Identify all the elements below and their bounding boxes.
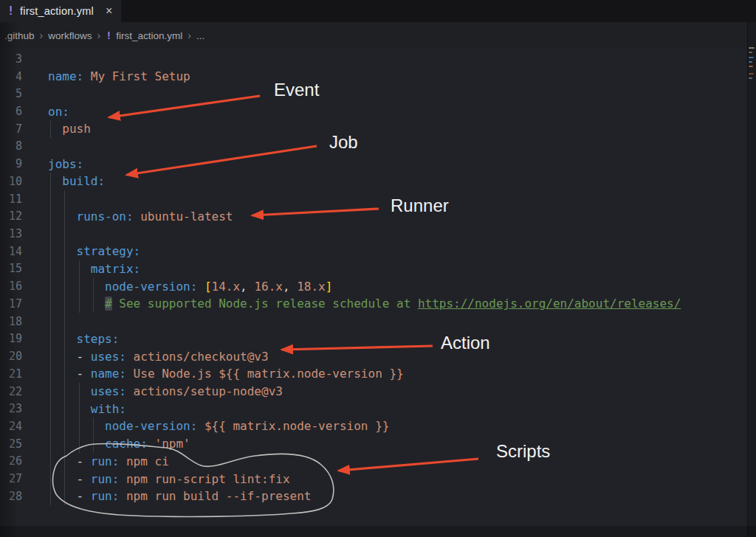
indent-guide bbox=[79, 260, 80, 278]
annotation-label-scripts: Scripts bbox=[496, 442, 550, 461]
annotation-label-action: Action bbox=[441, 333, 490, 353]
code-editor[interactable]: 34name: My First Setup56on:7 push89jobs:… bbox=[0, 49, 756, 537]
line-number: 15 bbox=[0, 262, 22, 275]
token-pun: - bbox=[77, 454, 91, 468]
token-str: 14.x bbox=[212, 280, 241, 294]
line-number: 22 bbox=[0, 385, 22, 398]
code-text: - run: npm run build --if-present bbox=[48, 488, 746, 505]
token-brk: [ bbox=[205, 280, 212, 294]
chevron-right-icon: › bbox=[40, 30, 44, 41]
indent-guide bbox=[50, 453, 51, 471]
line-number: 24 bbox=[0, 420, 22, 433]
indent-guide bbox=[64, 260, 65, 278]
token-pln bbox=[48, 280, 105, 294]
indent-guide bbox=[79, 400, 80, 418]
yaml-warning-icon: ! bbox=[7, 4, 14, 18]
chevron-right-icon: › bbox=[188, 30, 191, 41]
token-pln bbox=[48, 489, 77, 503]
code-line: 9jobs: bbox=[0, 155, 746, 173]
code-text: jobs: bbox=[48, 155, 746, 173]
code-line: 15 matrix: bbox=[0, 260, 746, 278]
token-pun: - bbox=[77, 367, 91, 381]
token-lnk: https://nodejs.org/en/about/releases/ bbox=[418, 297, 681, 311]
minimap-mark bbox=[749, 66, 753, 67]
token-str: My First Setup bbox=[91, 69, 190, 83]
token-key: jobs: bbox=[48, 157, 83, 171]
code-text bbox=[48, 85, 746, 103]
indent-guide bbox=[79, 435, 80, 453]
code-line: 12 runs-on: ubuntu-latest bbox=[0, 207, 746, 225]
line-number: 26 bbox=[0, 454, 22, 468]
code-text: matrix: bbox=[48, 260, 746, 278]
breadcrumb: .github › workflows › ! first_action.yml… bbox=[0, 22, 756, 49]
tab-close-icon[interactable]: × bbox=[106, 5, 112, 17]
line-number: 11 bbox=[0, 193, 22, 206]
line-number: 20 bbox=[0, 350, 22, 363]
minimap-mark bbox=[749, 47, 755, 49]
code-line: 18 bbox=[0, 313, 746, 330]
token-key: name: bbox=[48, 69, 83, 83]
token-pln bbox=[48, 437, 105, 451]
token-pln bbox=[126, 367, 134, 381]
code-text: uses: actions/setup-node@v3 bbox=[48, 383, 746, 401]
line-number: 7 bbox=[0, 122, 22, 136]
minimap[interactable] bbox=[747, 22, 756, 537]
token-pln bbox=[119, 454, 126, 468]
code-line: 16 node-version: [14.x, 16.x, 18.x] bbox=[0, 277, 746, 295]
token-str: npm run build --if-present bbox=[126, 489, 311, 503]
code-line: 28 - run: npm run build --if-present bbox=[0, 488, 746, 505]
line-number: 17 bbox=[0, 297, 22, 311]
indent-guide bbox=[50, 243, 51, 260]
minimap-mark bbox=[749, 77, 752, 79]
minimap-mark bbox=[749, 61, 752, 63]
indent-guide bbox=[64, 207, 65, 225]
breadcrumb-item-workflows[interactable]: workflows bbox=[48, 30, 92, 41]
token-str: 16.x bbox=[254, 280, 283, 294]
indent-guide bbox=[64, 435, 65, 453]
breadcrumb-item-github[interactable]: .github bbox=[4, 30, 35, 41]
annotation-label-job: Job bbox=[329, 133, 358, 152]
token-pln bbox=[197, 419, 205, 433]
token-key: build: bbox=[62, 174, 105, 188]
breadcrumb-ellipsis[interactable]: ... bbox=[196, 30, 205, 41]
indent-guide bbox=[50, 365, 51, 383]
line-number: 13 bbox=[0, 227, 22, 240]
code-lines: 34name: My First Setup56on:7 push89jobs:… bbox=[0, 50, 746, 505]
indent-guide bbox=[50, 295, 51, 313]
token-pln: , bbox=[240, 280, 254, 294]
code-line: 7 push bbox=[0, 120, 746, 138]
token-pln bbox=[48, 472, 77, 486]
indent-guide bbox=[93, 418, 94, 435]
indent-guide bbox=[50, 173, 51, 190]
code-line: 13 bbox=[0, 225, 746, 243]
indent-guide bbox=[64, 295, 65, 313]
indent-guide bbox=[64, 470, 65, 488]
indent-guide bbox=[64, 365, 65, 383]
line-number: 28 bbox=[0, 490, 22, 503]
indent-guide bbox=[93, 277, 94, 295]
tab-first-action-yml[interactable]: ! first_action.yml × bbox=[0, 0, 121, 22]
indent-guide bbox=[64, 277, 65, 295]
token-key: runs-on: bbox=[77, 209, 134, 224]
indent-guide bbox=[79, 277, 80, 295]
token-pun: - bbox=[77, 489, 91, 503]
code-text: steps: bbox=[48, 330, 746, 348]
indent-guide bbox=[79, 295, 80, 313]
code-line: 6on: bbox=[0, 103, 746, 120]
indent-guide bbox=[50, 330, 51, 348]
token-pln bbox=[48, 419, 105, 433]
token-brk: ] bbox=[326, 280, 333, 294]
indent-guide bbox=[79, 418, 80, 435]
annotation-label-runner: Runner bbox=[391, 196, 449, 215]
code-line: 17 # See supported Node.js release sched… bbox=[0, 295, 746, 313]
indent-guide bbox=[64, 313, 65, 330]
line-number: 5 bbox=[0, 87, 22, 100]
indent-guide bbox=[64, 383, 65, 401]
indent-guide bbox=[64, 488, 65, 505]
indent-guide bbox=[93, 295, 94, 313]
line-number: 25 bbox=[0, 437, 22, 451]
breadcrumb-item-file[interactable]: first_action.yml bbox=[116, 30, 182, 41]
code-text: - run: npm ci bbox=[48, 453, 746, 471]
indent-guide bbox=[50, 400, 51, 418]
code-line: 10 build: bbox=[0, 173, 746, 190]
